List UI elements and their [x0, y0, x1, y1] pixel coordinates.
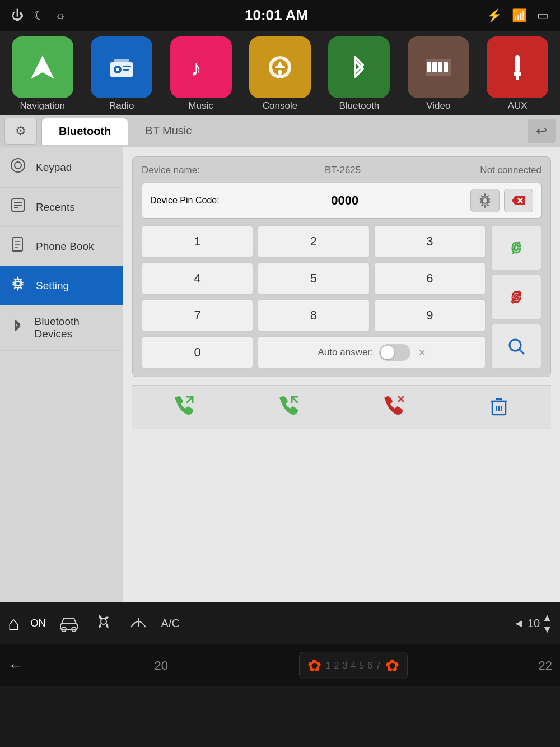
svg-rect-16: [438, 62, 442, 72]
unpair-btn[interactable]: [491, 275, 542, 319]
key-3[interactable]: 3: [374, 225, 486, 258]
svg-point-11: [278, 70, 282, 75]
bluetooth-devices-icon: [9, 319, 26, 337]
volume-label: ◄ 10: [514, 617, 540, 630]
fan-level-7: 7: [376, 661, 381, 671]
svg-point-21: [11, 159, 25, 172]
svg-rect-17: [444, 62, 448, 72]
app-navigation[interactable]: Navigation: [4, 36, 80, 115]
back-arrow-button[interactable]: ←: [8, 657, 24, 675]
video-icon: [408, 36, 469, 98]
tab-bt-music[interactable]: BT Music: [128, 118, 208, 145]
moon-icon: ☾: [34, 8, 45, 23]
svg-rect-5: [123, 69, 129, 71]
fan-level-6: 6: [367, 661, 372, 671]
fan-level-2: 2: [334, 661, 339, 671]
recents-label: Recents: [36, 201, 75, 214]
left-temp: 20: [155, 658, 168, 673]
sidebar-item-phonebook[interactable]: Phone Book: [0, 227, 123, 266]
svg-marker-33: [512, 196, 525, 205]
radio-label: Radio: [109, 100, 134, 112]
app-icons-row: Navigation Radio ♪ Music: [0, 31, 560, 115]
key-6[interactable]: 6: [374, 262, 486, 295]
svg-rect-4: [123, 66, 131, 67]
delete-btn[interactable]: [487, 392, 511, 422]
brightness-icon: ☼: [55, 8, 66, 23]
key-9[interactable]: 9: [374, 299, 486, 332]
power-icon: ⏻: [11, 8, 24, 23]
home-button[interactable]: ⌂: [8, 613, 20, 634]
keypad-icon: [9, 157, 27, 177]
svg-marker-0: [31, 55, 54, 79]
volume-control: ◄ 10 ▲ ▼: [514, 612, 552, 635]
volume-up-btn[interactable]: ▲: [542, 612, 552, 624]
sidebar: Keypad Recents Phone Book Setting: [0, 147, 123, 602]
pin-label: Device Pin Code:: [150, 196, 220, 206]
main-area: ⚙ Bluetooth BT Music ↩ Keypad Recents: [0, 115, 560, 602]
svg-rect-14: [427, 62, 431, 72]
fan-level-4: 4: [351, 661, 356, 671]
app-aux[interactable]: AUX: [480, 36, 556, 115]
auto-answer-toggle[interactable]: [379, 344, 410, 361]
key-7[interactable]: 7: [142, 299, 253, 332]
svg-point-31: [16, 281, 20, 286]
aux-icon: [487, 36, 548, 98]
svg-point-32: [482, 198, 488, 203]
key-4[interactable]: 4: [142, 262, 253, 295]
auto-answer-label: Auto answer:: [318, 347, 374, 358]
auto-answer-cell: Auto answer: ✕: [258, 336, 486, 369]
wifi-icon: 📶: [512, 8, 527, 23]
reject-call-btn[interactable]: [382, 392, 407, 422]
main-panel: Device name: BT-2625 Not connected Devic…: [123, 147, 560, 602]
key-1[interactable]: 1: [142, 225, 253, 258]
ac-label: A/C: [161, 617, 180, 630]
fan-left-icon: ✿: [307, 656, 321, 675]
svg-line-42: [519, 349, 524, 354]
sidebar-item-bluetooth-devices[interactable]: Bluetooth Devices: [0, 305, 123, 351]
back-button[interactable]: ↩: [528, 119, 556, 143]
car-icon: [57, 611, 81, 635]
app-music[interactable]: ♪ Music: [163, 36, 239, 115]
key-8[interactable]: 8: [258, 299, 369, 332]
pair-btn[interactable]: [491, 225, 542, 270]
sidebar-item-keypad[interactable]: Keypad: [0, 147, 123, 188]
empty-content: [132, 429, 551, 593]
keypad-label: Keypad: [36, 161, 72, 174]
settings-icon-btn[interactable]: ⚙: [4, 118, 37, 145]
console-label: Console: [263, 100, 297, 112]
outgoing-call-btn[interactable]: [172, 392, 197, 422]
app-radio[interactable]: Radio: [83, 36, 159, 115]
incoming-call-btn[interactable]: [277, 392, 302, 422]
app-video[interactable]: Video: [400, 36, 476, 115]
app-bluetooth[interactable]: Bluetooth: [321, 36, 397, 115]
device-name-value: BT-2625: [206, 165, 480, 176]
right-temp: 22: [539, 658, 552, 673]
fan-level-5: 5: [359, 661, 364, 671]
svg-point-56: [101, 619, 106, 624]
bluetooth-icon-app: [328, 36, 390, 98]
bluetooth-label: Bluetooth: [339, 100, 379, 112]
music-icon: ♪: [170, 36, 232, 98]
volume-arrows: ▲ ▼: [542, 612, 552, 635]
device-info-row: Device name: BT-2625 Not connected: [142, 165, 542, 176]
search-btn[interactable]: [491, 324, 542, 369]
usb-icon: ⚡: [487, 8, 502, 23]
recents-icon: [9, 198, 27, 216]
sidebar-item-recents[interactable]: Recents: [0, 188, 123, 227]
toggle-x-icon: ✕: [418, 347, 426, 358]
svg-rect-19: [514, 72, 521, 76]
bluetooth-devices-label: Bluetooth Devices: [35, 315, 114, 340]
app-console[interactable]: Console: [242, 36, 318, 115]
tab-bluetooth[interactable]: Bluetooth: [41, 118, 128, 145]
pin-row: Device Pin Code: 0000: [142, 183, 542, 219]
bottom-bar: ⌂ ON A/C: [0, 602, 560, 720]
device-name-label: Device name:: [142, 165, 200, 176]
pin-clear-btn[interactable]: [504, 189, 533, 212]
key-0[interactable]: 0: [142, 336, 253, 369]
sidebar-item-setting[interactable]: Setting: [0, 266, 123, 305]
volume-down-btn[interactable]: ▼: [542, 624, 552, 635]
pin-settings-btn[interactable]: [470, 189, 500, 212]
svg-rect-20: [516, 76, 519, 80]
key-5[interactable]: 5: [258, 262, 369, 295]
key-2[interactable]: 2: [258, 225, 369, 258]
